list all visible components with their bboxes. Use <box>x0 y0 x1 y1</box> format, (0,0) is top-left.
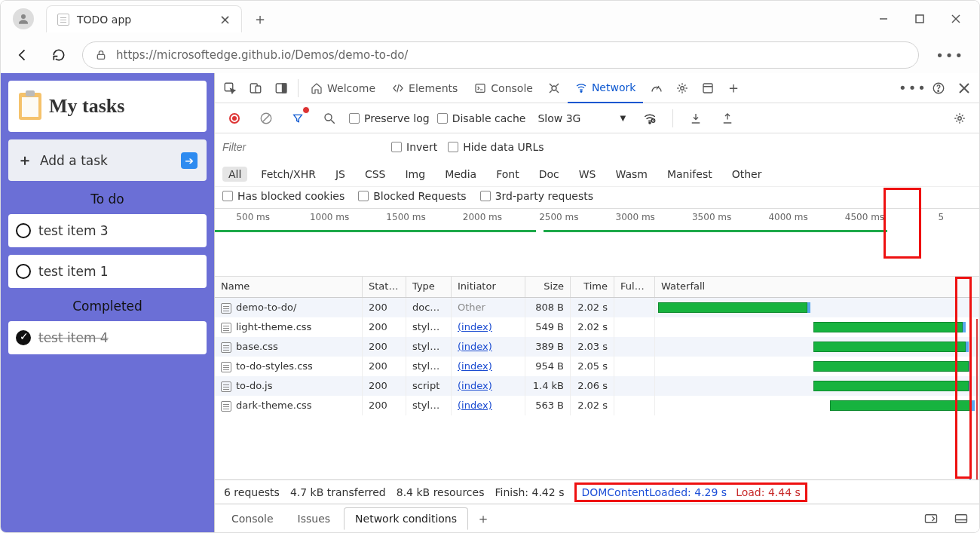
drawer-add-tab-button[interactable]: ＋ <box>471 507 495 531</box>
close-devtools-button[interactable] <box>952 76 976 100</box>
browser-menu-button[interactable]: ••• <box>929 47 970 63</box>
refresh-button[interactable] <box>46 42 72 68</box>
type-pill-manifest[interactable]: Manifest <box>661 167 718 182</box>
dock-side-button[interactable] <box>269 76 293 100</box>
type-pill-media[interactable]: Media <box>439 167 482 182</box>
type-pill-wasm[interactable]: Wasm <box>609 167 653 182</box>
col-type[interactable]: Type <box>406 277 452 297</box>
type-pill-other[interactable]: Other <box>726 167 768 182</box>
task-item[interactable]: test item 1 <box>8 255 207 288</box>
back-button[interactable] <box>10 42 35 68</box>
tab-performance-icon[interactable] <box>645 76 669 100</box>
tab-elements[interactable]: Elements <box>384 73 465 103</box>
export-har-button[interactable] <box>715 106 740 130</box>
type-pill-fetchxhr[interactable]: Fetch/XHR <box>255 167 322 182</box>
request-row[interactable]: demo-to-do/200docu…Other808 B2.02 s <box>215 298 979 317</box>
type-pill-ws[interactable]: WS <box>573 167 602 182</box>
address-bar[interactable]: https://microsoftedge.github.io/Demos/de… <box>82 41 919 69</box>
filter-toggle-button[interactable] <box>286 106 310 130</box>
svg-point-13 <box>580 90 582 92</box>
network-conditions-icon[interactable] <box>638 106 662 130</box>
drawer-tab-network-conditions[interactable]: Network conditions <box>344 507 468 530</box>
network-overview[interactable]: 500 ms1000 ms1500 ms2000 ms2500 ms3000 m… <box>215 209 979 277</box>
disable-cache-checkbox[interactable]: Disable cache <box>437 112 526 124</box>
blocked-cookies-checkbox[interactable]: Has blocked cookies <box>222 190 345 202</box>
blocked-requests-checkbox[interactable]: Blocked Requests <box>358 190 466 202</box>
drawer-expand-icon[interactable] <box>919 507 943 531</box>
tab-console[interactable]: Console <box>467 73 541 103</box>
submit-task-button[interactable]: ➔ <box>181 152 198 169</box>
tab-application-icon[interactable] <box>696 76 720 100</box>
tab-memory-icon[interactable] <box>670 76 694 100</box>
hide-data-urls-checkbox[interactable]: Hide data URLs <box>448 141 544 153</box>
drawer-collapse-icon[interactable] <box>949 507 973 531</box>
task-item[interactable]: test item 3 <box>8 214 207 247</box>
caret-down-icon: ▼ <box>620 114 626 122</box>
type-pill-doc[interactable]: Doc <box>533 167 565 182</box>
tab-network[interactable]: Network <box>568 73 643 103</box>
import-har-button[interactable] <box>684 106 708 130</box>
network-table-header[interactable]: Name Status Type Initiator Size Time Ful… <box>215 277 979 298</box>
col-waterfall[interactable]: Waterfall <box>655 277 979 297</box>
browser-tab[interactable]: TODO app × <box>46 5 242 32</box>
page-content: My tasks ＋ Add a task ➔ To do test item … <box>1 73 215 532</box>
type-pill-js[interactable]: JS <box>329 167 351 182</box>
type-pill-font[interactable]: Font <box>490 167 525 182</box>
devtools-menu-button[interactable]: ••• <box>901 76 925 100</box>
col-initiator[interactable]: Initiator <box>452 277 525 297</box>
file-icon <box>221 362 231 372</box>
add-task-input[interactable]: ＋ Add a task ➔ <box>8 139 207 181</box>
search-button[interactable] <box>317 106 341 130</box>
svg-line-24 <box>331 120 335 124</box>
devtools-drawer: Console Issues Network conditions ＋ <box>215 504 979 532</box>
drawer-tab-issues[interactable]: Issues <box>287 508 341 529</box>
section-todo-label: To do <box>8 191 207 207</box>
task-item-done[interactable]: test item 4 <box>8 321 207 354</box>
network-settings-button[interactable] <box>948 106 972 130</box>
invert-checkbox[interactable]: Invert <box>391 141 437 153</box>
minimize-button[interactable] <box>866 7 901 31</box>
request-row[interactable]: base.css200styles…(index)389 B2.03 s <box>215 337 979 357</box>
svg-rect-10 <box>283 84 286 93</box>
profile-avatar[interactable] <box>13 8 34 29</box>
close-tab-button[interactable]: × <box>219 11 231 27</box>
preserve-log-checkbox[interactable]: Preserve log <box>349 112 430 124</box>
tab-sources-icon[interactable] <box>542 76 566 100</box>
status-transferred: 4.7 kB transferred <box>290 486 386 498</box>
checkbox-checked-icon[interactable] <box>16 330 31 345</box>
devtools-panel: Welcome Elements Console Network ＋ ••• <box>215 73 979 532</box>
type-pill-all[interactable]: All <box>222 167 247 182</box>
filter-input[interactable] <box>222 138 381 156</box>
window-controls <box>866 7 973 31</box>
drawer-tab-console[interactable]: Console <box>221 508 284 529</box>
tab-welcome[interactable]: Welcome <box>303 73 383 103</box>
request-row[interactable]: light-theme.css200styles…(index)549 B2.0… <box>215 317 979 337</box>
col-status[interactable]: Status <box>363 277 406 297</box>
svg-rect-2 <box>916 15 923 23</box>
col-name[interactable]: Name <box>215 277 363 297</box>
request-row[interactable]: dark-theme.css200styles…(index)563 B2.02… <box>215 396 979 415</box>
throttling-select[interactable]: Slow 3G ▼ <box>533 112 630 124</box>
third-party-checkbox[interactable]: 3rd-party requests <box>480 190 593 202</box>
svg-rect-29 <box>956 514 967 522</box>
svg-rect-11 <box>476 84 485 92</box>
inspect-element-button[interactable] <box>218 76 242 100</box>
help-button[interactable] <box>926 76 951 100</box>
close-window-button[interactable] <box>939 7 973 31</box>
svg-point-23 <box>325 114 332 121</box>
new-tab-button[interactable]: ＋ <box>248 7 272 31</box>
col-size[interactable]: Size <box>525 277 571 297</box>
request-row[interactable]: to-do-styles.css200styles…(index)954 B2.… <box>215 357 979 376</box>
device-toggle-button[interactable] <box>243 76 268 100</box>
type-pill-css[interactable]: CSS <box>359 167 392 182</box>
request-row[interactable]: to-do.js200script(index)1.4 kB2.06 s <box>215 376 979 396</box>
checkbox-unchecked-icon[interactable] <box>16 223 31 238</box>
more-tabs-button[interactable]: ＋ <box>721 76 746 100</box>
maximize-button[interactable] <box>902 7 937 31</box>
col-fulfilled[interactable]: Fulfill… <box>614 277 655 297</box>
record-button[interactable] <box>222 106 247 130</box>
type-pill-img[interactable]: Img <box>399 167 431 182</box>
col-time[interactable]: Time <box>571 277 614 297</box>
clear-button[interactable] <box>254 106 278 130</box>
checkbox-unchecked-icon[interactable] <box>16 264 31 279</box>
